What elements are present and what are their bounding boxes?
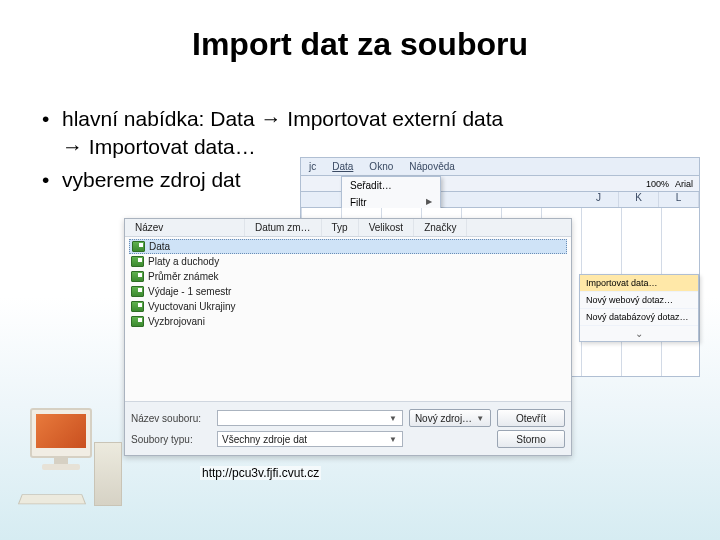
file-row[interactable]: Výdaje - 1 semestr	[129, 284, 567, 299]
keyboard-icon	[18, 494, 86, 504]
import-submenu: Importovat data… Nový webový dotaz… Nový…	[579, 274, 699, 342]
menu-item[interactable]: jc	[301, 158, 324, 175]
font-name: Arial	[675, 179, 693, 189]
chevron-down-icon: ▼	[475, 414, 485, 423]
footer-url: http://pcu3v.fjfi.cvut.cz	[200, 466, 321, 480]
submenu-web-query[interactable]: Nový webový dotaz…	[580, 292, 698, 309]
bullet-1-text-c: Importovat data…	[83, 135, 256, 158]
file-icon	[131, 286, 144, 297]
filetype-label: Soubory typu:	[131, 434, 211, 445]
zoom-value: 100%	[646, 179, 669, 189]
col-header: K	[619, 192, 659, 207]
open-button[interactable]: Otevřít	[497, 409, 565, 427]
file-icon	[131, 316, 144, 327]
filetype-select[interactable]: Všechny zdroje dat▼	[217, 431, 403, 447]
col-type[interactable]: Typ	[322, 219, 359, 236]
col-name[interactable]: Název	[125, 219, 245, 236]
submenu-db-query[interactable]: Nový databázový dotaz…	[580, 309, 698, 326]
menu-item[interactable]: Nápověda	[401, 158, 463, 175]
menu-item[interactable]: Okno	[361, 158, 401, 175]
bullet-1-text-a: hlavní nabídka: Data	[62, 107, 260, 130]
file-label: Data	[149, 241, 170, 252]
file-label: Průměr známek	[148, 271, 219, 282]
monitor-icon	[30, 408, 92, 458]
file-row[interactable]: Průměr známek	[129, 269, 567, 284]
slide-title: Import dat za souboru	[0, 0, 720, 63]
computer-clipart	[14, 408, 122, 506]
arrow-icon: →	[260, 107, 281, 130]
filename-input[interactable]: ▼	[217, 410, 403, 426]
cancel-button[interactable]: Storno	[497, 430, 565, 448]
file-label: Vyuctovani Ukrajiny	[148, 301, 235, 312]
dialog-footer: Název souboru: ▼ Nový zdroj…▼ Otevřít So…	[125, 401, 571, 455]
excel-menubar: jc Data Okno Nápověda	[301, 158, 699, 176]
submenu-expand-icon[interactable]: ⌄	[580, 326, 698, 341]
col-date[interactable]: Datum zm…	[245, 219, 322, 236]
arrow-icon: →	[62, 135, 83, 158]
file-icon	[131, 271, 144, 282]
file-row[interactable]: Platy a duchody	[129, 254, 567, 269]
file-dialog: Název Datum zm… Typ Velikost Značky Data…	[124, 218, 572, 456]
col-header: L	[659, 192, 699, 207]
file-icon	[131, 301, 144, 312]
file-row[interactable]: Data	[129, 239, 567, 254]
filetype-value: Všechny zdroje dat	[222, 434, 307, 445]
menu-item-sort[interactable]: Seřadit…	[342, 177, 440, 194]
chevron-right-icon: ▶	[426, 197, 432, 208]
filename-label: Název souboru:	[131, 413, 211, 424]
col-size[interactable]: Velikost	[359, 219, 414, 236]
bullet-1: hlavní nabídka: Data → Importovat extern…	[40, 105, 680, 162]
file-label: Výdaje - 1 semestr	[148, 286, 231, 297]
file-row[interactable]: Vyzbrojovani	[129, 314, 567, 329]
col-header: J	[579, 192, 619, 207]
file-list: Data Platy a duchody Průměr známek Výdaj…	[125, 237, 571, 329]
file-icon	[131, 256, 144, 267]
col-tags[interactable]: Značky	[414, 219, 467, 236]
dialog-columns: Název Datum zm… Typ Velikost Značky	[125, 219, 571, 237]
tower-icon	[94, 442, 122, 506]
chevron-down-icon[interactable]: ▼	[388, 414, 398, 423]
file-row[interactable]: Vyuctovani Ukrajiny	[129, 299, 567, 314]
chevron-down-icon[interactable]: ▼	[388, 435, 398, 444]
file-label: Vyzbrojovani	[148, 316, 205, 327]
submenu-import-data[interactable]: Importovat data…	[580, 275, 698, 292]
file-icon	[132, 241, 145, 252]
file-label: Platy a duchody	[148, 256, 219, 267]
new-source-button[interactable]: Nový zdroj…▼	[409, 409, 491, 427]
bullet-1-text-b: Importovat externí data	[281, 107, 503, 130]
menu-item-data[interactable]: Data	[324, 158, 361, 175]
